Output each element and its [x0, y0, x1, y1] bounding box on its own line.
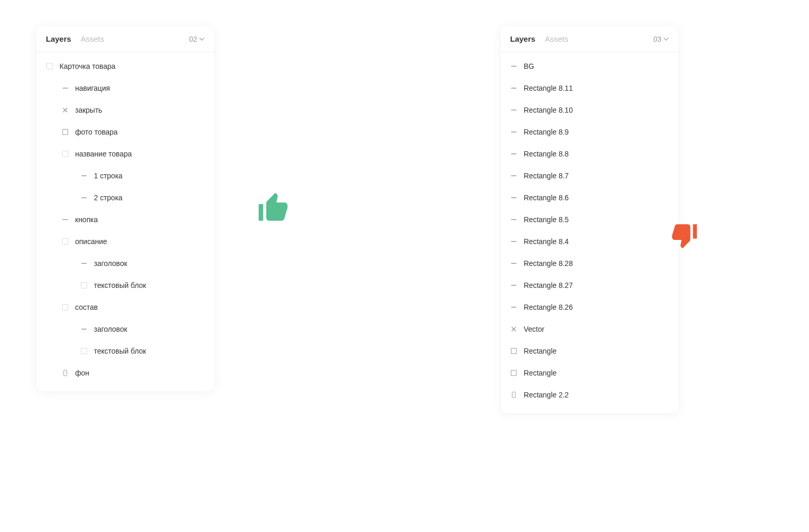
layer-label: описание — [75, 237, 107, 246]
layer-item[interactable]: описание — [37, 231, 214, 252]
layer-label: Rectangle 8.26 — [524, 303, 573, 311]
layer-item[interactable]: Rectangle — [501, 362, 678, 384]
frame-dashed-icon — [62, 150, 69, 158]
svg-rect-2 — [63, 129, 68, 135]
page-number: 03 — [653, 35, 661, 43]
layer-item[interactable]: состав — [37, 296, 214, 318]
tab-assets[interactable]: Assets — [545, 34, 568, 43]
svg-rect-7 — [63, 239, 68, 245]
layer-label: Rectangle 8.8 — [524, 150, 569, 158]
layer-label: Rectangle 8.7 — [524, 172, 569, 180]
bad-layer-list: BGRectangle 8.11Rectangle 8.10Rectangle … — [501, 52, 678, 413]
line-icon — [510, 150, 517, 158]
bad-layers-panel: Layers Assets 03 BGRectangle 8.11Rectang… — [501, 26, 678, 413]
chevron-down-icon — [663, 37, 669, 42]
layer-item[interactable]: Rectangle 8.27 — [501, 274, 678, 296]
layer-label: текстовый блок — [94, 347, 146, 355]
layer-label: 2 строка — [94, 194, 123, 202]
rect-icon — [62, 128, 69, 136]
phone-icon — [510, 391, 517, 398]
layer-item[interactable]: Rectangle 8.10 — [501, 99, 678, 121]
layer-label: Rectangle 8.10 — [524, 106, 573, 114]
line-icon — [510, 238, 517, 245]
good-layer-list: Карточка товаранавигациязакрытьфото това… — [37, 52, 214, 391]
layer-item[interactable]: Rectangle 2.2 — [501, 384, 678, 406]
layer-item[interactable]: Rectangle 8.5 — [501, 209, 678, 231]
layer-item[interactable]: текстовый блок — [37, 274, 214, 296]
layer-label: BG — [524, 62, 534, 70]
svg-rect-0 — [47, 64, 53, 69]
layer-item[interactable]: фото товара — [37, 121, 214, 143]
line-icon — [510, 260, 517, 267]
line-icon — [510, 128, 517, 136]
frame-dashed-icon — [62, 304, 69, 311]
line-icon — [510, 63, 517, 70]
layer-item[interactable]: Карточка товара — [37, 55, 214, 77]
tab-assets[interactable]: Assets — [80, 34, 104, 43]
layer-item[interactable]: Rectangle 8.11 — [501, 77, 678, 99]
layer-label: Rectangle 8.5 — [524, 215, 569, 224]
layer-item[interactable]: Rectangle 8.6 — [501, 187, 678, 209]
layer-label: заголовок — [94, 325, 127, 333]
line-icon — [510, 216, 517, 223]
frame-dashed-icon — [80, 347, 88, 355]
line-icon — [80, 194, 88, 201]
layer-label: Rectangle 8.28 — [524, 259, 573, 268]
layer-item[interactable]: Rectangle — [501, 340, 678, 362]
layer-item[interactable]: Rectangle 8.4 — [501, 231, 678, 252]
page-selector[interactable]: 03 — [653, 35, 669, 43]
line-icon — [62, 84, 69, 92]
svg-rect-12 — [81, 348, 87, 354]
layer-item[interactable]: заголовок — [37, 252, 214, 274]
chevron-down-icon — [199, 37, 204, 42]
rect-icon — [510, 347, 517, 355]
layer-item[interactable]: BG — [501, 55, 678, 77]
layer-label: Rectangle — [524, 347, 557, 355]
layer-label: кнопка — [75, 215, 98, 224]
layer-item[interactable]: 1 строка — [37, 165, 214, 187]
layer-item[interactable]: фон — [37, 362, 214, 384]
thumbs-up-icon — [256, 190, 292, 227]
layer-item[interactable]: закрыть — [37, 99, 214, 121]
layer-item[interactable]: текстовый блок — [37, 340, 214, 362]
layer-label: Rectangle 8.6 — [524, 194, 569, 202]
layer-label: Rectangle 8.4 — [524, 237, 569, 246]
tab-layers[interactable]: Layers — [510, 34, 535, 43]
layer-label: Rectangle 8.9 — [524, 128, 569, 136]
phone-icon — [62, 369, 69, 377]
layer-label: состав — [75, 303, 98, 311]
svg-rect-13 — [64, 370, 67, 376]
panel-tabs: Layers Assets — [510, 34, 568, 43]
good-column: Layers Assets 02 Карточка товаранавигаци… — [37, 26, 292, 391]
layer-item[interactable]: Rectangle 8.8 — [501, 143, 678, 165]
layer-label: навигация — [75, 84, 110, 92]
line-icon — [80, 260, 88, 267]
layer-label: заголовок — [94, 259, 127, 268]
layer-item[interactable]: Rectangle 8.28 — [501, 252, 678, 274]
layer-item[interactable]: название товара — [37, 143, 214, 165]
svg-rect-28 — [512, 392, 515, 398]
layer-item[interactable]: Vector — [501, 318, 678, 340]
layer-item[interactable]: навигация — [37, 77, 214, 99]
panel-tabs: Layers Assets — [46, 34, 104, 43]
frame-dashed-icon — [62, 238, 69, 245]
layer-item[interactable]: 2 строка — [37, 187, 214, 209]
layer-item[interactable]: заголовок — [37, 318, 214, 340]
close-icon — [510, 325, 517, 333]
layer-item[interactable]: Rectangle 8.26 — [501, 296, 678, 318]
layer-item[interactable]: Rectangle 8.7 — [501, 165, 678, 187]
rect-icon — [510, 369, 517, 377]
layer-label: название товара — [75, 150, 132, 158]
layer-item[interactable]: Rectangle 8.9 — [501, 121, 678, 143]
tab-layers[interactable]: Layers — [46, 34, 71, 43]
layer-item[interactable]: кнопка — [37, 209, 214, 231]
line-icon — [510, 84, 517, 92]
page-selector[interactable]: 02 — [189, 35, 204, 43]
line-icon — [80, 325, 88, 333]
line-icon — [62, 216, 69, 223]
line-icon — [80, 172, 88, 179]
frame-dashed-icon — [46, 63, 53, 70]
layer-label: Карточка товара — [59, 62, 115, 70]
bad-panel-header: Layers Assets 03 — [501, 26, 678, 52]
layer-label: Vector — [524, 325, 545, 333]
